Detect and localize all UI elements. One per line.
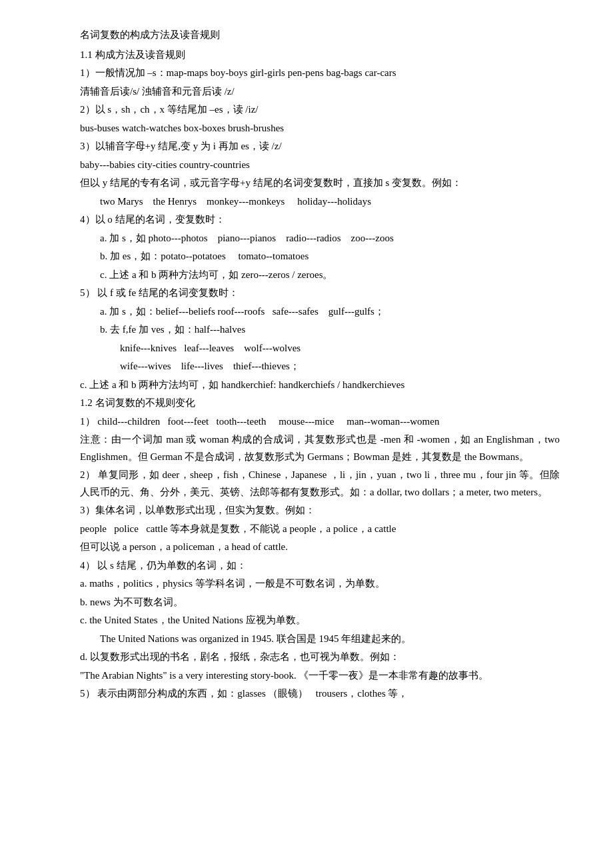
irregular-4b: b. news 为不可数名词。	[80, 594, 560, 611]
rule-4b: b. 加 es，如：potato--potatoes tomato--tomat…	[80, 248, 560, 265]
irregular-5-intro: 5） 表示由两部分构成的东西，如：glasses （眼镜） trousers，c…	[80, 685, 560, 703]
rule-5c: c. 上述 a 和 b 两种方法均可，如 handkerchief: handk…	[80, 377, 560, 394]
rule-3-note-examples: two Marys the Henrys monkey---monkeys ho…	[80, 193, 560, 211]
rule-4-intro: 4）以 o 结尾的名词，变复数时：	[80, 211, 560, 229]
rule-3-intro: 3）以辅音字母+y 结尾,变 y 为 i 再加 es，读 /z/	[80, 138, 560, 155]
rule-5b-examples1: knife---knives leaf---leaves wolf---wolv…	[80, 340, 560, 357]
rule-4a: a. 加 s，如 photo---photos piano---pianos r…	[80, 230, 560, 247]
rule-2-examples: bus-buses watch-watches box-boxes brush-…	[80, 120, 560, 137]
rule-5b: b. 去 f,fe 加 ves，如：half---halves	[80, 321, 560, 339]
rule-5b-examples2: wife---wives life---lives thief---thieve…	[80, 358, 560, 375]
section-1-1-heading: 1.1 构成方法及读音规则	[80, 47, 560, 64]
irregular-4c-example: The United Nations was organized in 1945…	[80, 631, 560, 648]
irregular-3-note: 但可以说 a person，a policeman，a head of catt…	[80, 539, 560, 556]
irregular-1-note: 注意：由一个词加 man 或 woman 构成的合成词，其复数形式也是 -men…	[80, 431, 560, 465]
irregular-3-examples: people police cattle 等本身就是复数，不能说 a peopl…	[80, 521, 560, 538]
rule-3-note: 但以 y 结尾的专有名词，或元音字母+y 结尾的名词变复数时，直接加 s 变复数…	[80, 175, 560, 192]
rule-4c: c. 上述 a 和 b 两种方法均可，如 zero---zeros / zero…	[80, 267, 560, 284]
section-1-2-heading: 1.2 名词复数的不规则变化	[80, 395, 560, 412]
rule-3-examples: baby---babies city-cities country-countr…	[80, 157, 560, 174]
rule-2-intro: 2）以 s，sh，ch，x 等结尾加 –es，读 /iz/	[80, 101, 560, 119]
irregular-4d-intro: d. 以复数形式出现的书名，剧名，报纸，杂志名，也可视为单数。例如：	[80, 649, 560, 666]
irregular-4c: c. the United States，the United Nations …	[80, 612, 560, 629]
irregular-3-intro: 3）集体名词，以单数形式出现，但实为复数。例如：	[80, 502, 560, 519]
rule-1-pronunciation: 清辅音后读/s/ 浊辅音和元音后读 /z/	[80, 83, 560, 101]
rule-5-intro: 5） 以 f 或 fe 结尾的名词变复数时：	[80, 285, 560, 302]
irregular-4-intro: 4） 以 s 结尾，仍为单数的名词，如：	[80, 557, 560, 575]
irregular-2: 2） 单复同形，如 deer，sheep，fish，Chinese，Japane…	[80, 467, 560, 501]
irregular-1: 1） child---children foot---feet tooth---…	[80, 413, 560, 431]
document-content: 名词复数的构成方法及读音规则 1.1 构成方法及读音规则 1）一般情况加 –s：…	[80, 27, 560, 703]
irregular-4a: a. maths，politics，physics 等学科名词，一般是不可数名词…	[80, 575, 560, 593]
document-title: 名词复数的构成方法及读音规则	[80, 27, 560, 44]
irregular-4d-example: "The Arabian Nights" is a very interesti…	[80, 667, 560, 685]
rule-5a: a. 加 s，如：belief---beliefs roof---roofs s…	[80, 303, 560, 321]
rule-1-intro: 1）一般情况加 –s：map-maps boy-boys girl-girls …	[80, 65, 560, 82]
